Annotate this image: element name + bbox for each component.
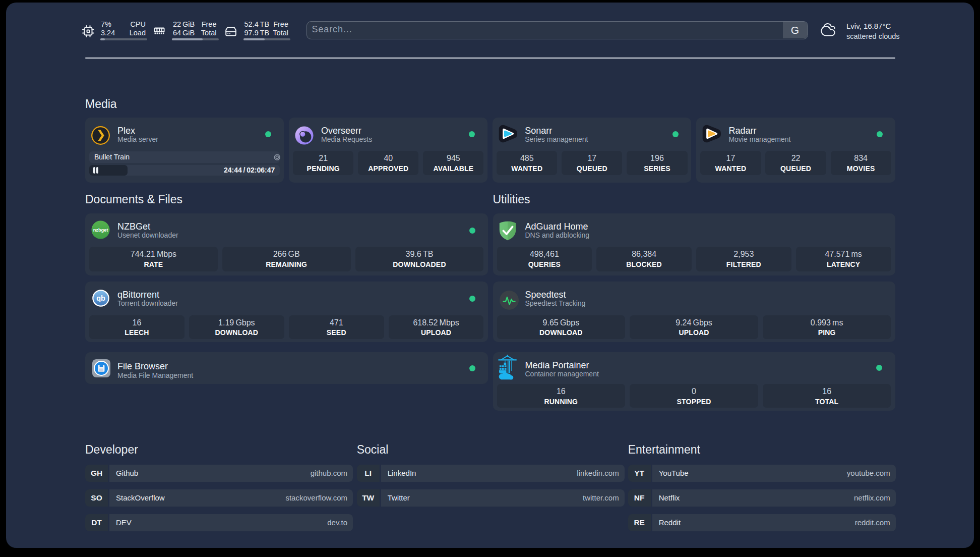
svg-text:qb: qb <box>96 294 105 302</box>
svg-text:nzbget: nzbget <box>93 228 108 233</box>
